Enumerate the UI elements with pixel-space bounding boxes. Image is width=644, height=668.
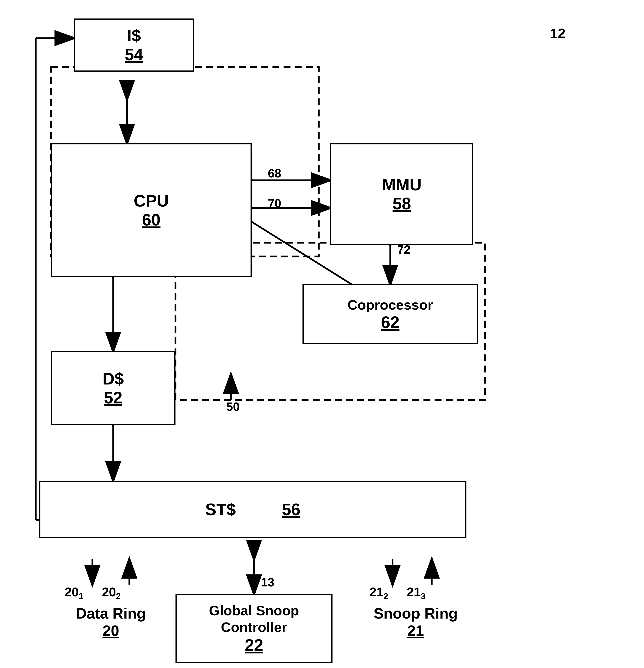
- mmu-num: 58: [393, 194, 411, 213]
- dcache-box: D$ 52: [51, 351, 175, 425]
- coprocessor-box: Coprocessor 62: [302, 284, 478, 344]
- data-ring-num: 20: [65, 622, 157, 639]
- data-ring-sub2: 202: [102, 584, 121, 601]
- label-13: 13: [261, 575, 274, 589]
- data-ring-sub1: 201: [65, 584, 83, 601]
- snoop-ring-label: 212 213 Snoop Ring 21: [370, 584, 462, 639]
- cpu-label: CPU: [134, 191, 169, 210]
- snoop-ring-text: Snoop Ring: [370, 605, 462, 622]
- globalsnoop-label: Global SnoopController: [209, 602, 299, 636]
- snoop-ring-sub2: 212: [370, 584, 388, 601]
- stcache-label: ST$: [205, 500, 236, 519]
- coprocessor-num: 62: [381, 313, 399, 332]
- globalsnoop-box: Global SnoopController 22: [175, 594, 332, 663]
- data-ring-label: 201 202 Data Ring 20: [65, 584, 157, 639]
- ref-12: 12: [550, 26, 565, 41]
- data-ring-text: Data Ring: [65, 605, 157, 622]
- snoop-ring-sub3: 213: [407, 584, 425, 601]
- label-68: 68: [268, 166, 281, 180]
- label-50: 50: [226, 400, 240, 414]
- coprocessor-label: Coprocessor: [347, 297, 433, 313]
- label-72: 72: [397, 243, 411, 257]
- cpu-box: CPU 60: [51, 143, 252, 277]
- icache-label: I$: [127, 26, 141, 45]
- dcache-num: 52: [104, 388, 122, 407]
- icache-box: I$ 54: [74, 18, 194, 72]
- globalsnoop-num: 22: [245, 636, 263, 655]
- mmu-box: MMU 58: [330, 143, 473, 245]
- diagram: I$ 54 CPU 60 MMU 58 Coprocessor 62 D$ 52…: [0, 0, 644, 668]
- stcache-box: ST$ 56: [39, 481, 467, 538]
- mmu-label: MMU: [382, 175, 422, 194]
- snoop-ring-num: 21: [370, 622, 462, 639]
- cpu-num: 60: [142, 210, 160, 229]
- icache-num: 54: [125, 45, 143, 64]
- label-70: 70: [268, 196, 281, 210]
- stcache-num: 56: [282, 500, 300, 519]
- dcache-label: D$: [103, 369, 124, 388]
